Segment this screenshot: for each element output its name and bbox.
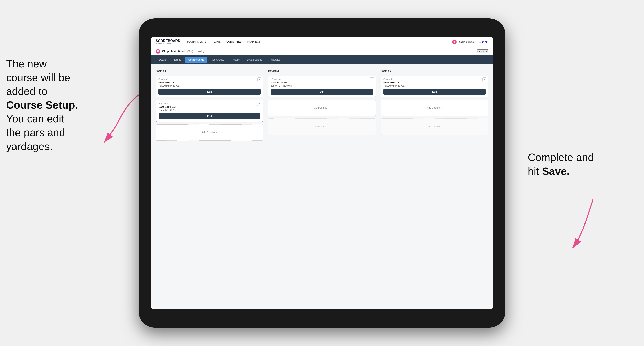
round-3-add-course-card-2: Add Course + [381,119,488,135]
nav-rankings[interactable]: RANKINGS [248,40,261,43]
hosting-badge: Hosting [197,50,204,52]
round-2-course-a-label: (Course A) [271,78,373,80]
round-2-course-a-delete-button[interactable]: ✕ [370,77,374,81]
round-2-add-course-card-2: Add Course + [268,119,376,135]
tab-tee-groups[interactable]: Tee Groups [208,57,228,63]
round-2-add-course-text-1: Add Course + [314,106,330,110]
round-1-add-course-plus-icon: + [216,131,217,134]
round-3-course-a-edit-button[interactable]: Edit [383,89,486,95]
round-2-title: Round 2 [268,69,376,72]
tab-printables[interactable]: Printables [266,57,284,63]
tournament-name: Clippd Invitational [162,50,185,53]
rounds-grid: Round 1 ✕ (Course A) Peachtree GC Yellow… [156,69,488,141]
user-email: blair@clippd.io [458,40,475,43]
tab-leaderboards[interactable]: Leaderboards [244,57,265,63]
round-1-course-a-label: (Course A) [158,78,261,80]
cancel-button[interactable]: Cancel ✕ [477,49,488,53]
logo-main-text: SCOREBOARD [156,39,180,43]
round-3-title: Round 3 [381,69,488,72]
round-1-course-b-delete-button[interactable]: ✕ [257,102,261,106]
tab-bar: Details Teams Course Setup Tee Groups Re… [151,55,493,64]
round-3-course-a-name: Peachtree GC [383,81,486,84]
round-2-course-a-card: ✕ (Course A) Peachtree GC Yellow (M) (66… [268,75,376,97]
round-2-course-a-edit-button[interactable]: Edit [271,89,373,95]
sign-out-link[interactable]: Sign out [479,40,488,43]
round-1-course-a-delete-button[interactable]: ✕ [258,77,262,81]
tournament-info: C Clippd Invitational (Men) Hosting [156,49,204,53]
nav-right: B blair@clippd.io | Sign out [452,40,488,44]
right-annotation: Complete and hit Save. [528,151,609,178]
round-1-course-a-name: Peachtree GC [158,81,261,84]
main-content: Round 1 ✕ (Course A) Peachtree GC Yellow… [151,64,493,309]
round-3-add-course-text-1: Add Course + [427,106,442,110]
round-1-course-a-card: ✕ (Course A) Peachtree GC Yellow (M) (66… [156,75,263,97]
tab-results[interactable]: Results [228,57,243,63]
nav-teams[interactable]: TEAMS [212,40,221,43]
clippd-icon: C [156,49,160,53]
nav-committee[interactable]: COMMITTEE [226,40,242,43]
tab-teams[interactable]: Teams [170,57,184,63]
round-3-course-a-card: ✕ (Course A) Peachtree GC Yellow (M) (66… [381,75,488,97]
round-3-course-a-delete-button[interactable]: ✕ [482,77,486,81]
tournament-gender: (Men) [187,50,193,52]
sub-header: C Clippd Invitational (Men) Hosting Canc… [151,47,493,55]
round-2-course-a-tee: Yellow (M) (6629 yds) [271,84,373,87]
round-2-column: Round 2 ✕ (Course A) Peachtree GC Yellow… [268,69,376,141]
top-nav: SCOREBOARD Powered by clippd TOURNAMENTS… [151,37,493,47]
round-1-course-b-label: (Course B) [158,103,260,105]
user-avatar: B [452,40,456,44]
left-annotation: The new course will be added to Course S… [6,57,104,153]
round-1-course-b-card: ✕ (Course B) East Lake GC Black (M) (689… [156,100,263,122]
round-2-course-a-name: Peachtree GC [271,81,373,84]
nav-left: SCOREBOARD Powered by clippd TOURNAMENTS… [156,39,261,45]
round-3-add-course-card-1[interactable]: Add Course + [381,100,488,116]
round-3-add-course-text-2: Add Course + [427,125,442,128]
nav-links: TOURNAMENTS TEAMS COMMITTEE RANKINGS [187,40,261,43]
round-2-add-course-text-2: Add Course + [314,125,330,128]
round-3-column: Round 3 ✕ (Course A) Peachtree GC Yellow… [381,69,488,141]
scoreboard-logo: SCOREBOARD Powered by clippd [156,39,180,45]
tab-details[interactable]: Details [156,57,170,63]
tab-course-setup[interactable]: Course Setup [185,57,208,63]
round-1-course-b-tee: Black (M) (6891 yds) [158,109,260,111]
round-1-course-a-edit-button[interactable]: Edit [158,89,261,95]
round-1-course-a-tee: Yellow (M) (6629 yds) [158,84,261,87]
round-1-column: Round 1 ✕ (Course A) Peachtree GC Yellow… [156,69,263,141]
round-1-title: Round 1 [156,69,263,72]
round-1-course-b-name: East Lake GC [158,105,260,109]
tablet-screen: SCOREBOARD Powered by clippd TOURNAMENTS… [151,37,493,309]
round-2-add-course-plus-icon: + [328,106,330,110]
right-arrow [552,195,603,252]
tablet-device: SCOREBOARD Powered by clippd TOURNAMENTS… [138,18,506,328]
round-3-course-a-tee: Yellow (M) (6629 yds) [383,84,486,87]
round-3-add-course-plus-icon: + [440,106,442,110]
round-2-add-course-plus-icon-2: + [328,125,330,128]
round-1-add-course-card[interactable]: Add Course + [156,124,263,141]
logo-sub-text: Powered by clippd [156,42,180,45]
round-1-course-b-edit-button[interactable]: Edit [158,113,260,119]
round-1-add-course-text: Add Course + [202,131,217,134]
round-3-course-a-label: (Course A) [383,78,486,80]
round-2-add-course-card-1[interactable]: Add Course + [268,100,376,116]
nav-tournaments[interactable]: TOURNAMENTS [187,40,206,43]
round-3-add-course-plus-icon-2: + [440,125,442,128]
